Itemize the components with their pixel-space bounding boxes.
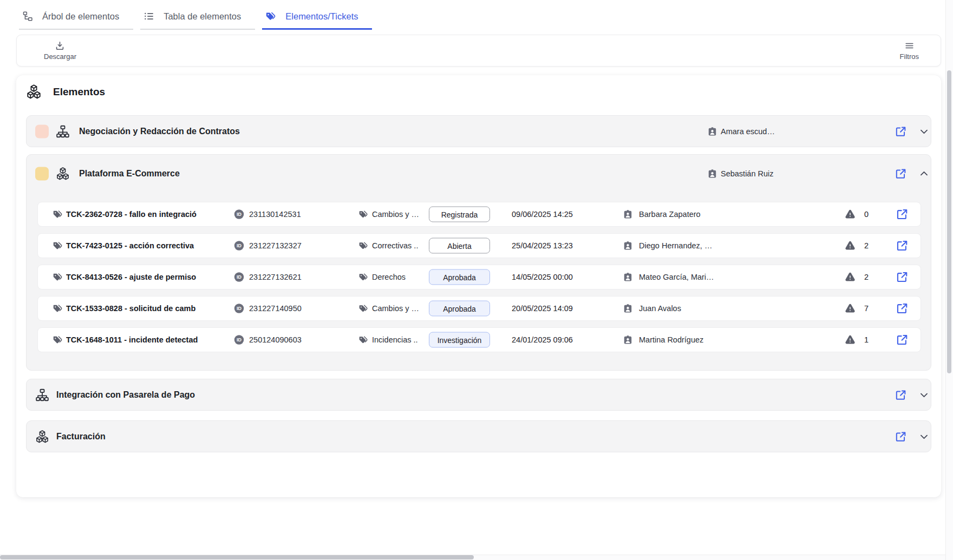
warning-count: 0 xyxy=(864,210,869,219)
assignee-badge-icon xyxy=(623,209,633,220)
id-icon xyxy=(234,272,244,282)
external-link-icon[interactable] xyxy=(895,431,906,442)
tag-icon xyxy=(53,272,63,282)
filters-label: Filtros xyxy=(900,52,919,61)
tab-label: Tabla de elementos xyxy=(164,11,241,22)
page: Árbol de elementos Tabla de elementos El… xyxy=(0,0,953,560)
group-title: Facturación xyxy=(56,432,106,442)
ticket-id: 231227140950 xyxy=(249,304,302,313)
chevron-down-icon[interactable] xyxy=(919,390,929,400)
assignee-badge-icon xyxy=(707,126,717,136)
sitemap-icon xyxy=(56,124,70,139)
ticket-row[interactable]: TCK-1648-1011 - incidente detectad 25012… xyxy=(37,327,921,352)
group-color-swatch xyxy=(35,124,49,138)
external-link-icon[interactable] xyxy=(896,302,908,314)
group-row-integracion[interactable]: Integración con Pasarela de Pago xyxy=(26,379,931,411)
external-link-icon[interactable] xyxy=(896,334,908,346)
id-icon xyxy=(234,241,244,251)
id-icon xyxy=(234,209,244,220)
group-title: Plataforma E-Commerce xyxy=(79,169,180,179)
assignee-badge-icon xyxy=(707,169,717,179)
ticket-date: 25/04/2025 13:23 xyxy=(512,241,573,250)
tab-elementos-tickets[interactable]: Elementos/Tickets xyxy=(262,9,372,30)
external-link-icon[interactable] xyxy=(895,126,906,137)
tag-icon xyxy=(358,304,368,313)
group-row-plataforma[interactable]: Plataforma E-Commerce Sebastián Ruiz xyxy=(27,155,931,193)
ticket-date: 20/05/2025 14:09 xyxy=(512,304,573,313)
download-button[interactable]: Descargar xyxy=(36,37,84,64)
warning-count: 2 xyxy=(864,241,869,250)
ticket-assignee: Barbara Zapatero xyxy=(639,210,735,219)
group-title: Integración con Pasarela de Pago xyxy=(56,390,195,400)
ticket-category: Correctivas .. xyxy=(372,241,422,250)
filters-button[interactable]: Filtros xyxy=(892,37,926,64)
download-icon xyxy=(55,41,65,51)
external-link-icon[interactable] xyxy=(895,168,906,180)
group-row-facturacion[interactable]: Facturación xyxy=(26,420,931,452)
warning-icon xyxy=(845,209,856,220)
ticket-category: Derechos xyxy=(372,273,422,281)
tag-icon xyxy=(358,272,368,282)
ticket-id: 231227132327 xyxy=(249,241,302,250)
tree-icon xyxy=(22,11,33,22)
ticket-row[interactable]: TCK-7423-0125 - acción correctiva 231227… xyxy=(37,233,921,258)
group-container-plataforma: Plataforma E-Commerce Sebastián Ruiz TCK… xyxy=(26,154,931,371)
toolbar: Descargar Filtros xyxy=(16,35,941,67)
group-title: Negociación y Redacción de Contratos xyxy=(79,127,240,136)
sitemap-icon xyxy=(35,388,49,402)
panel-header: Elementos xyxy=(26,84,105,100)
group-color-swatch xyxy=(35,167,49,181)
ticket-id: 231130142531 xyxy=(249,210,301,219)
horizontal-scrollbar xyxy=(0,555,945,560)
chevron-down-icon[interactable] xyxy=(919,431,929,442)
tab-label: Árbol de elementos xyxy=(42,11,119,22)
status-badge: Investigación xyxy=(429,332,490,348)
cubes-icon xyxy=(56,167,70,181)
tab-bar: Árbol de elementos Tabla de elementos El… xyxy=(19,9,372,30)
assignee-badge-icon xyxy=(623,304,633,314)
vertical-scrollbar xyxy=(945,0,953,560)
tag-icon xyxy=(53,335,63,345)
ticket-date: 24/01/2025 09:06 xyxy=(512,335,573,344)
tab-tabla-de-elementos[interactable]: Tabla de elementos xyxy=(140,9,255,30)
ticket-row[interactable]: TCK-8413-0526 - ajuste de permiso 231227… xyxy=(37,265,921,289)
warning-count: 7 xyxy=(864,304,869,313)
external-link-icon[interactable] xyxy=(896,208,908,220)
tab-arbol-de-elementos[interactable]: Árbol de elementos xyxy=(19,9,133,30)
ticket-category: Cambios y … xyxy=(372,210,422,219)
horizontal-scrollbar-thumb[interactable] xyxy=(0,555,474,559)
ticket-title: TCK-1533-0828 - solicitud de camb xyxy=(66,304,204,313)
tag-icon xyxy=(358,335,368,345)
ticket-row[interactable]: TCK-2362-0728 - fallo en integració 2311… xyxy=(37,202,921,227)
tag-icon xyxy=(265,11,276,22)
external-link-icon[interactable] xyxy=(895,389,906,400)
ticket-category: Cambios y … xyxy=(372,304,422,313)
warning-count: 1 xyxy=(864,335,869,344)
vertical-scrollbar-thumb[interactable] xyxy=(947,70,951,373)
warning-count: 2 xyxy=(864,273,869,281)
warning-icon xyxy=(845,272,856,282)
group-assignee: Sebastián Ruiz xyxy=(721,169,774,178)
ticket-row[interactable]: TCK-1533-0828 - solicitud de camb 231227… xyxy=(37,296,921,321)
chevron-up-icon[interactable] xyxy=(919,169,929,179)
status-badge: Aprobada xyxy=(429,269,490,285)
warning-icon xyxy=(845,303,856,314)
external-link-icon[interactable] xyxy=(896,271,908,283)
warning-icon xyxy=(845,240,856,251)
assignee-badge-icon xyxy=(623,335,633,345)
ticket-title: TCK-7423-0125 - acción correctiva xyxy=(66,241,204,250)
ticket-id: 231227132621 xyxy=(249,273,302,281)
chevron-down-icon[interactable] xyxy=(919,126,929,136)
tag-icon xyxy=(358,241,368,251)
ticket-assignee: Juan Avalos xyxy=(639,304,735,313)
assignee-badge-icon xyxy=(623,272,633,282)
filter-icon xyxy=(904,41,915,51)
group-row-negociacion[interactable]: Negociación y Redacción de Contratos Ama… xyxy=(26,115,931,147)
ticket-date: 14/05/2025 00:00 xyxy=(512,273,573,281)
external-link-icon[interactable] xyxy=(896,240,908,252)
ticket-title: TCK-8413-0526 - ajuste de permiso xyxy=(66,273,204,281)
status-badge: Registrada xyxy=(429,207,490,222)
cubes-icon xyxy=(35,430,49,444)
tag-icon xyxy=(358,209,368,219)
ticket-category: Incidencias .. xyxy=(372,335,422,344)
